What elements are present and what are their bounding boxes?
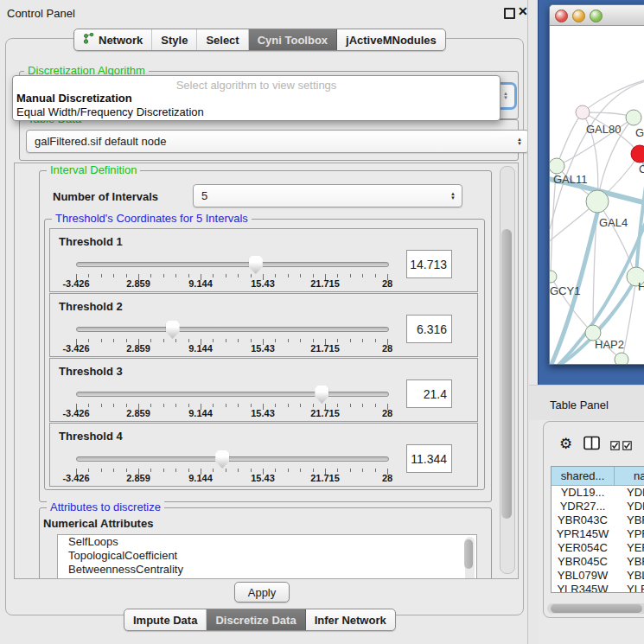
minimize-traffic-light-icon[interactable] <box>572 10 585 22</box>
tab-cyni-toolbox[interactable]: Cyni Toolbox <box>249 29 337 50</box>
network-node-green[interactable] <box>615 353 628 364</box>
checkbox-icon[interactable] <box>610 440 620 453</box>
table-cell-shared-name: YBL079W <box>552 569 614 583</box>
numerical-attributes-list[interactable]: SelfLoopsTopologicalCoefficientBetweenne… <box>57 534 477 579</box>
network-node-green[interactable] <box>550 158 564 174</box>
tab-infer-network[interactable]: Infer Network <box>306 609 395 630</box>
columns-icon[interactable] <box>583 436 601 454</box>
slider-tick <box>175 339 176 342</box>
slider-tick <box>175 469 176 472</box>
tick-label: 15.43 <box>251 473 275 483</box>
network-node-green[interactable] <box>550 271 557 283</box>
table-row[interactable]: YER054CYER0 <box>552 541 644 555</box>
float-window-icon[interactable] <box>504 8 515 19</box>
slider-tick <box>213 339 214 342</box>
checkbox-icon[interactable] <box>622 440 632 453</box>
table-hscrollbar[interactable] <box>547 603 644 614</box>
close-traffic-light-icon[interactable] <box>555 10 568 22</box>
tab-label: jActiveMNodules <box>346 34 437 47</box>
slider-track[interactable] <box>76 392 389 397</box>
node-table[interactable]: shared... na YDL19...YDL1YDR27...YDR2YBR… <box>551 466 644 593</box>
network-node-label: H <box>638 280 644 293</box>
network-edge[interactable] <box>550 204 595 244</box>
tick-label: 28 <box>382 343 392 354</box>
threshold-value-field[interactable]: 14.713 <box>406 250 452 278</box>
table-row[interactable]: YDL19...YDL1 <box>552 486 644 500</box>
slider-tick <box>288 469 289 472</box>
panel-scrollbar-thumb[interactable] <box>501 229 512 519</box>
network-window-titlebar[interactable] <box>550 5 644 26</box>
zoom-traffic-light-icon[interactable] <box>590 10 603 22</box>
tab-style[interactable]: Style <box>152 29 197 50</box>
tick-label: 21.715 <box>310 343 340 354</box>
attribute-list-item[interactable]: SelfLoops <box>58 535 476 549</box>
slider-tick <box>300 339 301 342</box>
slider-tick <box>226 274 226 277</box>
slider-track[interactable] <box>76 262 389 267</box>
popup-option-manual[interactable]: Manual Discretization <box>16 92 132 105</box>
network-node-green[interactable] <box>626 110 641 125</box>
list-scrollbar[interactable] <box>465 537 475 579</box>
network-edge[interactable] <box>583 78 644 112</box>
tab-network[interactable]: Network <box>74 29 152 50</box>
slider-track[interactable] <box>76 327 389 332</box>
popup-option-equal-width[interactable]: Equal Width/Frequency Discretization <box>16 105 204 118</box>
slider-thumb[interactable] <box>215 450 229 469</box>
slider-thumb[interactable] <box>249 256 263 274</box>
apply-button[interactable]: Apply <box>234 582 290 603</box>
number-of-intervals-combobox[interactable]: 5 ▲▼ <box>193 184 462 207</box>
network-view-window[interactable]: GAL80GAGAL11CGAL4GCY1HHAP2 <box>549 4 644 365</box>
slider-tick <box>188 339 189 342</box>
threshold-label: Threshold 2 <box>59 300 123 313</box>
list-scrollbar-thumb[interactable] <box>464 539 473 569</box>
network-edge[interactable] <box>597 201 636 277</box>
table-data-combobox[interactable]: galFiltered.sif default node ▲▼ <box>26 130 529 153</box>
network-node-pink[interactable] <box>576 105 590 119</box>
tab-label: Impute Data <box>133 614 197 627</box>
tab-jactivemnodules[interactable]: jActiveMNodules <box>337 29 445 50</box>
network-node-green[interactable] <box>586 190 609 213</box>
tick-label: 2.859 <box>126 278 150 289</box>
tab-select[interactable]: Select <box>197 29 248 50</box>
table-hscrollbar-thumb[interactable] <box>551 604 642 613</box>
slider-tick <box>300 404 301 407</box>
attribute-list-item[interactable]: BetweennessCentrality <box>58 563 476 577</box>
network-canvas[interactable]: GAL80GAGAL11CGAL4GCY1HHAP2 <box>550 26 644 364</box>
table-cell-name: YDL1 <box>615 486 644 500</box>
settings-panel: Interval Definition Number of Intervals … <box>14 163 519 579</box>
threshold-value-field[interactable]: 11.344 <box>406 444 452 473</box>
slider-tick <box>188 274 189 277</box>
tick-label: 9.144 <box>188 343 213 354</box>
slider-track[interactable] <box>76 456 389 462</box>
tick-label: 2.859 <box>126 343 150 354</box>
table-row[interactable]: YDR27...YDR2 <box>552 500 644 513</box>
network-edge[interactable] <box>557 112 583 166</box>
slider-tick <box>175 274 176 277</box>
table-row[interactable]: YBL079WYBL0 <box>552 569 644 583</box>
slider-tick <box>313 339 314 342</box>
slider-tick <box>226 404 226 407</box>
table-row[interactable]: YBR045CYBR0 <box>552 555 644 569</box>
column-header-shared-name[interactable]: shared... <box>552 467 615 486</box>
table-row[interactable]: YPR145WYPR1 <box>552 527 644 541</box>
network-node-red[interactable] <box>631 145 644 163</box>
table-row[interactable]: YLR345WYLR3 <box>552 583 644 593</box>
table-row[interactable]: YBR043CYBR0 <box>552 513 644 527</box>
tab-impute-data[interactable]: Impute Data <box>124 609 207 630</box>
slider-thumb[interactable] <box>166 321 180 339</box>
threshold-value-field[interactable]: 21.4 <box>406 379 452 408</box>
column-header-name[interactable]: na <box>615 467 644 486</box>
attribute-list-item[interactable]: TopologicalCoefficient <box>58 549 476 563</box>
tick-label: 15.43 <box>251 408 275 418</box>
threshold-label: Threshold 4 <box>59 430 123 443</box>
slider-tick <box>101 274 102 277</box>
slider-tick <box>113 274 114 277</box>
close-icon[interactable]: ✕ <box>518 4 528 18</box>
tick-label: 28 <box>382 278 392 289</box>
slider-tick <box>251 274 252 277</box>
tab-discretize-data[interactable]: Discretize Data <box>207 609 305 630</box>
slider-thumb[interactable] <box>315 386 328 404</box>
gear-icon[interactable]: ⚙ <box>559 437 572 451</box>
threshold-value-field[interactable]: 6.316 <box>406 315 452 343</box>
network-node-label: HAP2 <box>595 338 624 351</box>
